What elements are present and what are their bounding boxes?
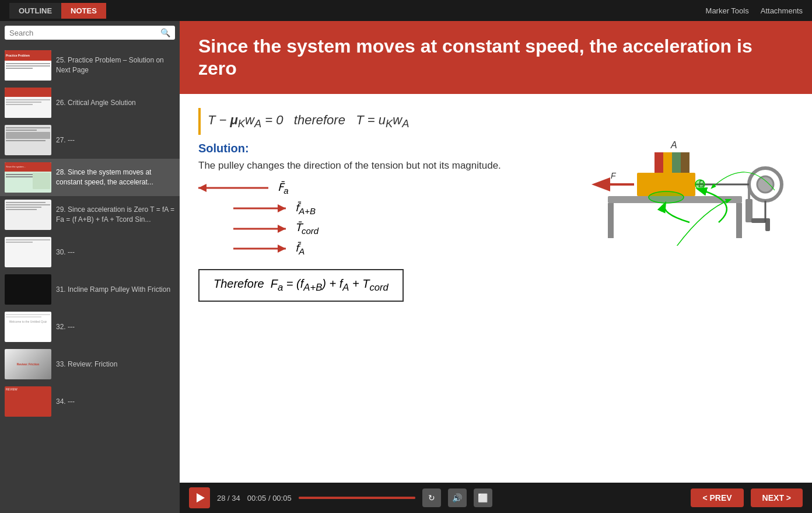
label-fab: f̄A+B xyxy=(295,201,316,216)
play-icon xyxy=(197,493,205,502)
slide-body: T − μKwA = 0 therefore T = uKwA xyxy=(180,94,812,483)
arrow-tcord xyxy=(233,223,286,235)
search-input[interactable] xyxy=(9,29,160,37)
slide-item-26[interactable]: 26. Critical Angle Solution xyxy=(0,84,180,121)
main-layout: 🔍 Practice Problem xyxy=(0,21,812,513)
slide-item-27[interactable]: 27. --- xyxy=(0,121,180,159)
slide-thumb-25: Practice Problem xyxy=(5,50,51,81)
svg-text:A: A xyxy=(670,140,677,150)
marker-tools-link[interactable]: Marker Tools xyxy=(706,6,749,15)
slide-thumb-30 xyxy=(5,237,51,267)
slide-label-29: 29. Since acceleration is Zero T = fA = … xyxy=(56,205,175,225)
tab-outline[interactable]: OUTLINE xyxy=(9,3,61,19)
next-button[interactable]: NEXT > xyxy=(751,488,803,507)
time-display: 00:05 / 00:05 xyxy=(247,494,292,502)
result-box: Therefore Fa = (fA+B) + fA + Tcord xyxy=(198,269,404,302)
play-button[interactable] xyxy=(189,487,210,508)
svg-point-23 xyxy=(695,180,705,189)
search-icon[interactable]: 🔍 xyxy=(160,28,170,37)
prev-button[interactable]: < PREV xyxy=(691,488,743,507)
attachments-link[interactable]: Attachments xyxy=(761,6,803,15)
tab-group: OUTLINE NOTES xyxy=(9,3,106,19)
slide-label-32: 32. --- xyxy=(56,322,175,332)
label-tcord: T̄cord xyxy=(295,221,318,236)
slide-label-34: 34. --- xyxy=(56,397,175,407)
volume-button[interactable]: 🔊 xyxy=(448,488,467,507)
svg-rect-2 xyxy=(608,203,614,238)
fullscreen-button[interactable]: ⬜ xyxy=(474,488,492,507)
slide-label-33: 33. Review: Friction xyxy=(56,360,175,369)
tab-notes[interactable]: NOTES xyxy=(61,3,106,19)
player-bar: 28 / 34 00:05 / 00:05 ↻ 🔊 ⬜ < PREV NEXT … xyxy=(180,483,812,513)
slide-thumb-33: Review: Friction xyxy=(5,349,51,379)
diagram-svg: A B xyxy=(579,106,800,246)
slide-thumb-28: Since the system... xyxy=(5,162,51,193)
slide-header: Since the system moves at constant speed… xyxy=(180,21,812,94)
label-fa2: f̄A xyxy=(295,242,304,256)
svg-text:F: F xyxy=(611,171,617,180)
replay-button[interactable]: ↻ xyxy=(422,488,441,507)
slide-item-30[interactable]: 30. --- xyxy=(0,233,180,271)
slide-item-25[interactable]: Practice Problem 25. Practice Problem – … xyxy=(0,47,180,84)
slide-item-28[interactable]: Since the system... 28. Since the system… xyxy=(0,159,180,196)
slide-item-33[interactable]: Review: Friction 33. Review: Friction xyxy=(0,346,180,383)
slide-label-27: 27. --- xyxy=(56,135,175,145)
slide-thumb-32: Welcome to the Untitled Quiz xyxy=(5,312,51,342)
slide-thumb-27 xyxy=(5,125,51,155)
top-bar: OUTLINE NOTES Marker Tools Attachments xyxy=(0,0,812,21)
arrow-fab xyxy=(233,203,286,214)
slide-thumb-31 xyxy=(5,274,51,305)
slide-title: Since the system moves at constant speed… xyxy=(198,35,793,80)
slide-label-31: 31. Incline Ramp Pulley With Friction xyxy=(56,285,175,295)
svg-rect-7 xyxy=(663,152,672,173)
search-input-wrap: 🔍 xyxy=(5,26,175,40)
slide-label-26: 26. Critical Angle Solution xyxy=(56,98,175,108)
sidebar: 🔍 Practice Problem xyxy=(0,21,180,513)
progress-fill xyxy=(299,497,415,499)
search-bar: 🔍 xyxy=(0,21,180,44)
slide-thumb-34: REVIEW xyxy=(5,386,51,417)
svg-rect-8 xyxy=(672,152,681,173)
slide-item-32[interactable]: Welcome to the Untitled Quiz 32. --- xyxy=(0,308,180,346)
slide-label-25: 25. Practice Problem – Solution on Next … xyxy=(56,55,175,75)
arrow-fa2 xyxy=(233,243,286,254)
svg-rect-9 xyxy=(681,152,690,173)
content-area: Since the system moves at constant speed… xyxy=(180,21,812,513)
equation-display: T − μKwA = 0 therefore T = uKwA xyxy=(201,108,416,135)
slide-thumb-26 xyxy=(5,88,51,118)
slide-thumb-29 xyxy=(5,200,51,230)
svg-rect-15 xyxy=(746,199,752,222)
slide-label-30: 30. --- xyxy=(56,247,175,257)
slide-label-28: 28. Since the system moves at constant s… xyxy=(56,167,175,187)
arrow-fa xyxy=(198,182,268,194)
physics-diagram: A B xyxy=(579,106,800,246)
label-fa: F̄a xyxy=(278,181,289,196)
svg-rect-6 xyxy=(654,152,663,173)
top-bar-links: Marker Tools Attachments xyxy=(706,6,803,15)
svg-point-13 xyxy=(757,176,774,193)
slide-item-31[interactable]: 31. Incline Ramp Pulley With Friction xyxy=(0,271,180,308)
slide-counter: 28 / 34 xyxy=(217,494,240,502)
progress-bar[interactable] xyxy=(299,497,415,499)
slide-item-34[interactable]: REVIEW 34. --- xyxy=(0,383,180,420)
svg-rect-1 xyxy=(736,203,742,238)
slide-item-29[interactable]: 29. Since acceleration is Zero T = fA = … xyxy=(0,196,180,233)
slide-list: Practice Problem 25. Practice Problem – … xyxy=(0,44,180,513)
svg-point-22 xyxy=(649,191,684,203)
